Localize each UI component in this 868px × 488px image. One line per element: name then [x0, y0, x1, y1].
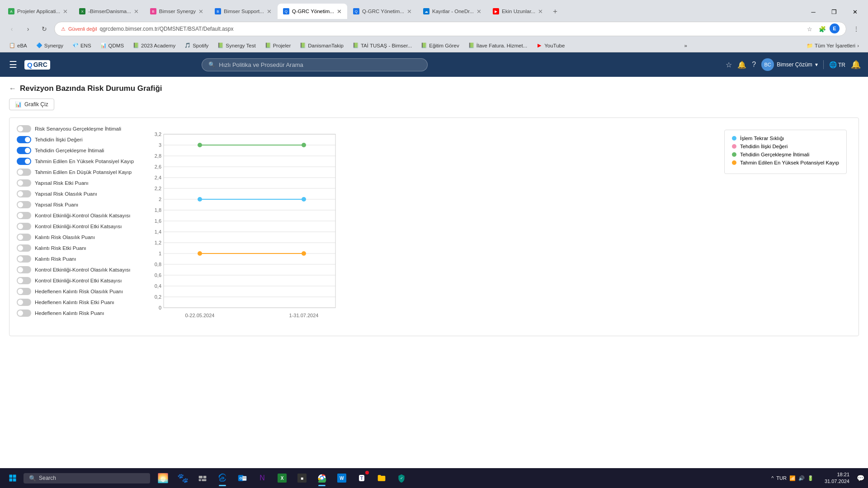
notification-bell-icon[interactable]: 🔔 — [851, 60, 861, 70]
toggle-6[interactable] — [17, 190, 31, 197]
tray-sound-icon[interactable]: 🔊 — [798, 475, 805, 481]
url-bar[interactable]: ⚠ Güvenli değil qgrcdemo.bimser.com.tr/Q… — [54, 22, 846, 36]
tab-qgrc-2[interactable]: Q Q-GRC Yönetim... ✕ — [348, 4, 417, 19]
maximize-button[interactable]: ❐ — [824, 5, 844, 19]
bookmark-tai[interactable]: 📗 TAİ TUSAŞ - Bimser... — [349, 41, 415, 50]
toggle-7[interactable] — [17, 201, 31, 208]
toggle-0[interactable] — [17, 125, 31, 132]
bookmark-synergy-test[interactable]: 📗 Synergy Test — [214, 41, 259, 50]
taskbar-app-outlook[interactable]: O — [233, 469, 251, 487]
toggle-15[interactable] — [17, 288, 31, 295]
user-menu[interactable]: BC Bimser Çözüm ▾ — [761, 58, 818, 71]
start-button[interactable] — [4, 469, 22, 487]
toggle-9[interactable] — [17, 223, 31, 230]
star-icon[interactable]: ☆ — [726, 61, 732, 69]
app-search-bar[interactable]: 🔍 — [202, 58, 428, 71]
bookmarks-more-button[interactable]: » — [681, 42, 691, 50]
toggle-16[interactable] — [17, 299, 31, 306]
tab-close-8[interactable]: ✕ — [538, 8, 543, 15]
notification-center-icon[interactable]: 💬 — [857, 474, 864, 482]
taskbar-app-unknown[interactable]: ■ — [293, 469, 311, 487]
bookmark-egitim[interactable]: 📗 Eğitim Görev — [417, 41, 462, 50]
toggle-4[interactable] — [17, 169, 31, 176]
tab-close-7[interactable]: ✕ — [476, 8, 481, 15]
tab-close-4[interactable]: ✕ — [267, 8, 272, 15]
language-selector[interactable]: 🌐 TR — [829, 61, 845, 68]
app-menu-button[interactable]: ☰ — [7, 57, 19, 72]
word-icon: W — [337, 474, 346, 483]
bookmark-synergy[interactable]: 🔷 Synergy — [33, 41, 67, 50]
back-button[interactable]: ‹ — [5, 23, 18, 35]
close-button[interactable]: ✕ — [844, 5, 865, 19]
bookmark-youtube[interactable]: ▶ YouTube — [533, 41, 568, 50]
tab-close-3[interactable]: ✕ — [198, 8, 203, 15]
taskbar-app-widgets[interactable]: 🐾 — [174, 469, 192, 487]
extensions-button[interactable]: ⋮ — [850, 23, 863, 35]
taskbar-app-edge[interactable] — [213, 469, 231, 487]
new-tab-button[interactable]: ＋ — [549, 4, 561, 19]
taskbar-app-files[interactable] — [373, 469, 391, 487]
bookmark-ilave[interactable]: 📗 İlave Fatura. Hizmet... — [465, 41, 531, 50]
toggle-3[interactable] — [17, 158, 31, 165]
taskbar-app-taskview[interactable] — [193, 469, 212, 487]
toggle-12[interactable] — [17, 255, 31, 263]
bookmark-qdms[interactable]: 📊 QDMS — [97, 41, 128, 50]
minimize-button[interactable]: ─ — [803, 5, 824, 19]
tab-support[interactable]: B Bimser Support... ✕ — [209, 4, 277, 19]
extension-puzzle-icon[interactable]: 🧩 — [817, 23, 828, 34]
tab-close-1[interactable]: ✕ — [63, 8, 68, 15]
reload-button[interactable]: ↻ — [38, 23, 51, 35]
toggle-11[interactable] — [17, 244, 31, 252]
toggle-10[interactable] — [17, 234, 31, 241]
toggle-5[interactable] — [17, 179, 31, 187]
bookmark-eba[interactable]: 📋 eBA — [5, 41, 31, 50]
bookmark-ens[interactable]: 💎 ENS — [69, 41, 95, 50]
tray-battery-icon[interactable]: 🔋 — [807, 475, 814, 481]
profile-e-icon[interactable]: E — [830, 23, 840, 33]
toggle-1[interactable] — [17, 136, 31, 143]
tab-projeler[interactable]: A Projeler Applicati... ✕ — [3, 4, 73, 19]
bookmark-star-icon[interactable]: ☆ — [804, 23, 815, 34]
taskbar-app-teams[interactable]: T — [353, 469, 371, 487]
security-shield-icon: ✓ — [397, 474, 406, 483]
taskbar-app-security[interactable]: ✓ — [392, 469, 410, 487]
bookmarks-folder-all[interactable]: 📁 Tüm Yer İşaretleri › — [803, 41, 863, 50]
bookmark-danisman[interactable]: 📗 DanismanTakip — [296, 41, 347, 50]
grafik-ciz-button[interactable]: 📊 Grafik Çiz — [9, 99, 54, 110]
bookmark-label-egitim: Eğitim Görev — [429, 43, 459, 48]
help-icon[interactable]: ? — [752, 61, 756, 69]
toggle-8[interactable] — [17, 212, 31, 219]
tab-qgrc-active[interactable]: Q Q-GRC Yönetim... ✕ — [278, 4, 347, 19]
taskbar-app-cortana[interactable]: 🌅 — [154, 469, 172, 487]
taskbar-app-excel[interactable]: X — [273, 469, 291, 487]
taskbar-search[interactable]: 🔍 Search — [24, 473, 150, 483]
tab-bimser-danisma[interactable]: X -BimserDanisma... ✕ — [74, 4, 144, 19]
bookmark-projeler[interactable]: 📗 Projeler — [261, 41, 295, 50]
forward-button[interactable]: › — [22, 23, 34, 35]
tab-onedrive[interactable]: ☁ Kayıtlar - OneDr... ✕ — [418, 4, 487, 19]
taskbar-app-chrome[interactable] — [313, 469, 331, 487]
notification-icon[interactable]: 🔔 — [737, 61, 746, 69]
tray-wifi-icon[interactable]: 📶 — [789, 475, 796, 481]
taskbar-app-word[interactable]: W — [333, 469, 351, 487]
egitim-icon: 📗 — [421, 42, 427, 49]
back-button[interactable]: ← — [9, 84, 16, 93]
toggle-14[interactable] — [17, 277, 31, 284]
taskbar-app-onenote[interactable]: N — [253, 469, 271, 487]
tab-close-2[interactable]: ✕ — [134, 8, 139, 15]
taskbar-clock[interactable]: 18:21 31.07.2024 — [821, 471, 853, 485]
toggle-17[interactable] — [17, 310, 31, 317]
toggle-2[interactable] — [17, 147, 31, 154]
tab-close-5[interactable]: ✕ — [337, 8, 342, 15]
y-label-26: 2,6 — [155, 164, 161, 169]
tab-close-6[interactable]: ✕ — [407, 8, 412, 15]
bookmark-academy[interactable]: 📗 2023 Academy — [129, 41, 179, 50]
tab-synergy[interactable]: B Bimser Synergy ✕ — [145, 4, 209, 19]
toggle-13[interactable] — [17, 266, 31, 273]
y-label-02: 0,2 — [155, 294, 161, 300]
tray-chevron-icon[interactable]: ^ — [771, 475, 774, 481]
bookmark-spotify[interactable]: 🎵 Spotify — [181, 41, 212, 50]
tab-youtube[interactable]: ▶ Ekin Uzunlar... ✕ — [487, 4, 548, 19]
bookmark-label-danisman: DanismanTakip — [308, 43, 344, 48]
search-input[interactable] — [219, 61, 421, 68]
